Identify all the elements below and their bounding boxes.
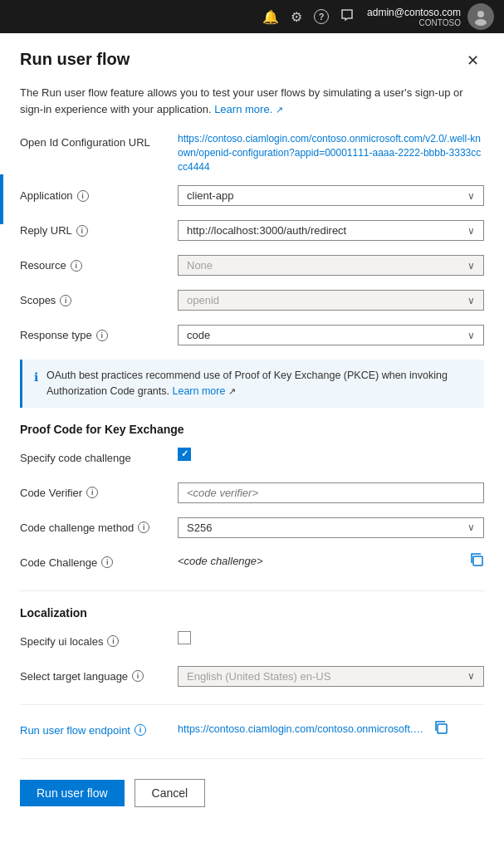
code-challenge-value-container: <code challenge> [178,552,484,571]
code-challenge-method-label: Code challenge method i [20,517,178,534]
application-info-icon[interactable]: i [77,190,89,202]
code-challenge-info-icon[interactable]: i [101,556,113,568]
select-target-lang-arrow: ∨ [467,670,475,682]
description: The Run user flow feature allows you to … [20,85,484,117]
reply-url-info-icon[interactable]: i [76,225,88,237]
response-type-dropdown[interactable]: code ∨ [178,325,484,345]
openid-label: Open Id Configuration URL [20,132,178,149]
application-label: Application i [20,185,178,202]
code-challenge-copy-icon[interactable] [469,552,484,571]
response-type-row: Response type i code ∨ [20,325,484,348]
svg-rect-3 [438,724,447,733]
code-challenge-row: Code Challenge i <code challenge> [20,552,484,575]
help-icon[interactable]: ? [314,9,329,24]
user-tenant: CONTOSO [367,18,461,27]
scopes-dropdown[interactable]: openid ∨ [178,290,484,311]
specify-ui-locales-label: Specify ui locales i [20,631,178,648]
info-box-text: OAuth best practices recommend use of Pr… [46,368,472,399]
divider-1 [20,590,484,591]
run-endpoint-row: Run user flow endpoint i https://contoso… [20,720,484,743]
localization-section-heading: Localization [20,606,484,619]
cancel-button[interactable]: Cancel [135,779,206,807]
run-endpoint-info-icon[interactable]: i [135,724,146,736]
select-target-lang-dropdown[interactable]: English (United States) en-US ∨ [178,666,484,687]
resource-label: Resource i [20,255,178,272]
specify-code-row: Specify code challenge ✓ [20,448,484,471]
user-email: admin@contoso.com [367,7,461,18]
specify-ui-locales-checkbox[interactable] [178,631,191,644]
code-challenge-method-info-icon[interactable]: i [138,522,149,533]
reply-url-dropdown[interactable]: http://localhost:3000/auth/redirect ∨ [178,220,484,241]
response-type-dropdown-arrow: ∨ [467,330,475,341]
divider-3 [20,758,484,759]
run-user-flow-button[interactable]: Run user flow [20,780,125,806]
info-box-icon: ℹ [34,369,38,386]
external-link-icon: ↗ [276,105,283,115]
topbar-icons: 🔔 ⚙ ? [262,8,354,25]
code-verifier-input[interactable] [178,482,484,503]
footer-actions: Run user flow Cancel [20,779,484,807]
avatar[interactable] [467,3,494,30]
feedback-icon[interactable] [340,8,354,25]
resource-info-icon[interactable]: i [71,260,82,272]
close-button[interactable]: ✕ [462,50,484,71]
pkce-external-link-icon: ↗ [228,386,236,396]
scopes-row: Scopes i openid ∨ [20,290,484,313]
panel-header: Run user flow ✕ [20,50,484,71]
left-accent-bar [0,174,3,224]
topbar-user: admin@contoso.com CONTOSO [367,3,494,30]
reply-url-label: Reply URL i [20,220,178,237]
code-verifier-label: Code Verifier i [20,482,178,499]
specify-ui-locales-row: Specify ui locales i [20,631,484,654]
run-endpoint-url[interactable]: https://contoso.ciamlogin.com/contoso.on… [178,723,427,735]
svg-rect-2 [473,556,482,566]
application-dropdown-arrow: ∨ [467,190,475,202]
code-challenge-label: Code Challenge i [20,552,178,569]
reply-url-dropdown-arrow: ∨ [467,225,475,237]
reply-url-row: Reply URL i http://localhost:3000/auth/r… [20,220,484,243]
checkbox-check-icon: ✓ [181,448,188,459]
svg-point-1 [475,19,487,26]
pkce-section-heading: Proof Code for Key Exchange [20,423,484,436]
specify-code-checkbox[interactable]: ✓ [178,448,191,461]
application-row: Application i client-app ∨ [20,185,484,208]
response-type-info-icon[interactable]: i [96,330,108,341]
code-challenge-method-arrow: ∨ [467,522,475,533]
panel-title: Run user flow [20,50,130,69]
bell-icon[interactable]: 🔔 [262,9,279,25]
run-endpoint-label: Run user flow endpoint i [20,720,178,737]
select-target-lang-info-icon[interactable]: i [132,670,144,682]
response-type-label: Response type i [20,325,178,341]
resource-dropdown[interactable]: None ∨ [178,255,484,276]
specify-ui-locales-info-icon[interactable]: i [107,635,119,647]
code-verifier-row: Code Verifier i [20,482,484,506]
openid-url-row: Open Id Configuration URL https://contos… [20,132,484,174]
code-verifier-info-icon[interactable]: i [86,487,98,498]
select-target-lang-row: Select target language i English (United… [20,666,484,689]
code-challenge-method-row: Code challenge method i S256 ∨ [20,517,484,541]
gear-icon[interactable]: ⚙ [291,9,302,25]
specify-code-label: Specify code challenge [20,448,178,464]
pkce-info-box: ℹ OAuth best practices recommend use of … [20,360,484,408]
scopes-dropdown-arrow: ∨ [467,295,475,306]
specify-code-checkbox-container: ✓ [178,448,484,461]
endpoint-copy-icon[interactable] [433,720,448,738]
code-challenge-method-dropdown[interactable]: S256 ∨ [178,517,484,538]
specify-ui-locales-checkbox-container [178,631,484,644]
resource-row: Resource i None ∨ [20,255,484,278]
learn-more-pkce-link[interactable]: Learn more [173,385,226,397]
endpoint-row: https://contoso.ciamlogin.com/contoso.on… [178,720,484,738]
application-dropdown[interactable]: client-app ∨ [178,185,484,206]
select-target-lang-label: Select target language i [20,666,178,683]
resource-dropdown-arrow: ∨ [467,260,475,272]
divider-2 [20,704,484,705]
topbar: 🔔 ⚙ ? admin@contoso.com CONTOSO [0,0,504,33]
topbar-user-info: admin@contoso.com CONTOSO [367,7,461,27]
scopes-info-icon[interactable]: i [60,295,71,306]
learn-more-link[interactable]: Learn more. [214,103,272,115]
scopes-label: Scopes i [20,290,178,306]
code-challenge-text: <code challenge> [178,555,263,567]
svg-point-0 [477,11,484,17]
openid-url-value[interactable]: https://contoso.ciamlogin.com/contoso.on… [178,133,481,173]
run-user-flow-panel: Run user flow ✕ The Run user flow featur… [0,33,504,857]
